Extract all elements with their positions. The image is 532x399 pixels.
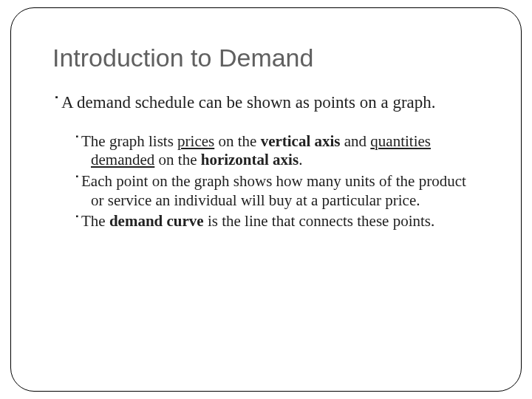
text-part: on the bbox=[154, 151, 200, 168]
bullet-text: Each point on the graph shows how many u… bbox=[81, 172, 466, 209]
text-part: The bbox=[81, 212, 109, 230]
bullet-icon: ་ bbox=[73, 212, 81, 229]
text-part: on the bbox=[214, 132, 260, 150]
sub-bullet-group: ་The graph lists prices on the vertical … bbox=[52, 132, 480, 231]
slide-title: Introduction to Demand bbox=[52, 44, 480, 72]
bold-text: demand curve bbox=[109, 212, 204, 230]
bullet-icon: ་ bbox=[73, 172, 81, 189]
text-part: and bbox=[341, 132, 371, 150]
bullet-icon: ་ bbox=[73, 132, 81, 149]
sub-bullet-1: ་The graph lists prices on the vertical … bbox=[73, 132, 480, 170]
text-part: The graph lists bbox=[81, 132, 177, 150]
underlined-text: prices bbox=[177, 132, 214, 150]
bold-text: vertical axis bbox=[261, 132, 341, 150]
bullet-text: A demand schedule can be shown as points… bbox=[61, 93, 436, 112]
bullet-level1: ་A demand schedule can be shown as point… bbox=[52, 92, 480, 114]
bold-text: horizontal axis bbox=[201, 151, 299, 168]
text-part: . bbox=[299, 151, 302, 168]
slide-frame: Introduction to Demand ་A demand schedul… bbox=[10, 7, 522, 392]
sub-bullet-3: ་The demand curve is the line that conne… bbox=[73, 211, 480, 231]
text-part: is the line that connects these points. bbox=[204, 212, 435, 230]
bullet-icon: ་ bbox=[52, 92, 61, 112]
sub-bullet-2: ་Each point on the graph shows how many … bbox=[73, 171, 480, 210]
